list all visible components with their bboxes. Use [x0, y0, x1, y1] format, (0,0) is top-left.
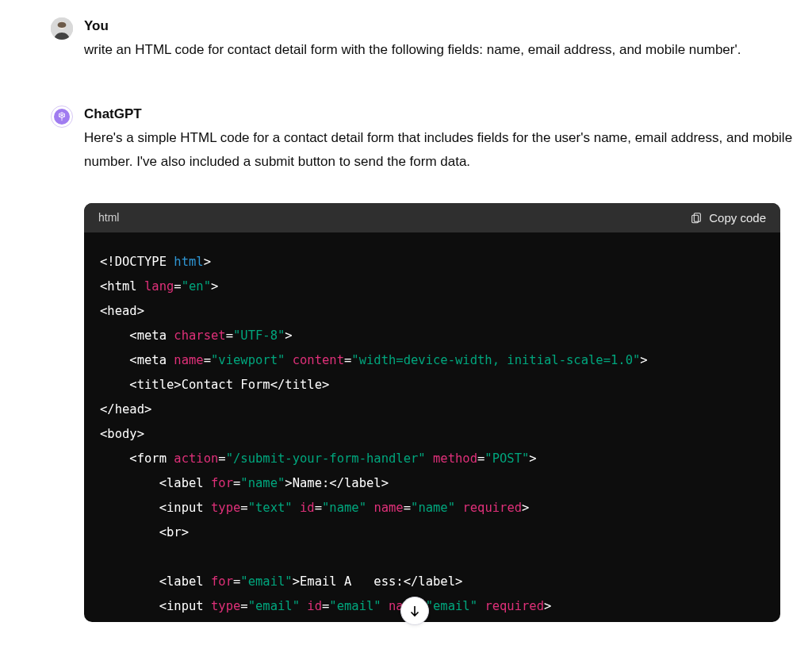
copy-code-label: Copy code	[709, 211, 766, 225]
assistant-message: ChatGPT Here's a simple HTML code for a …	[0, 61, 796, 622]
user-avatar	[51, 17, 73, 40]
scroll-to-bottom-button[interactable]	[400, 597, 429, 625]
assistant-avatar	[51, 106, 73, 128]
code-block: html Copy code <!DOCTYPE html> <html lan…	[84, 203, 780, 622]
openai-logo-icon	[54, 109, 70, 125]
user-message: You write an HTML code for contact detai…	[0, 0, 796, 61]
user-author-label: You	[84, 17, 796, 35]
user-text: write an HTML code for contact detail fo…	[84, 38, 796, 61]
code-content[interactable]: <!DOCTYPE html> <html lang="en"> <head> …	[84, 232, 780, 622]
code-header: html Copy code	[84, 203, 780, 232]
assistant-text: Here's a simple HTML code for a contact …	[84, 126, 796, 172]
copy-code-button[interactable]: Copy code	[690, 211, 766, 225]
arrow-down-icon	[408, 604, 422, 618]
code-language-label: html	[98, 211, 119, 224]
clipboard-icon	[690, 211, 703, 224]
svg-rect-2	[695, 213, 701, 222]
assistant-author-label: ChatGPT	[84, 106, 796, 123]
